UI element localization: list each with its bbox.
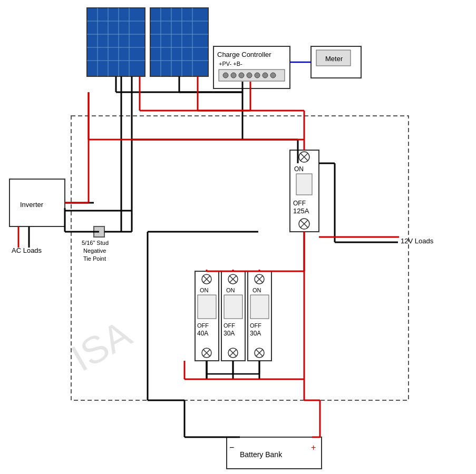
svg-text:30A: 30A (224, 330, 235, 337)
solar-panel-right (150, 8, 208, 76)
svg-text:ON: ON (294, 165, 304, 173)
watermark: ISA (64, 312, 139, 379)
svg-text:125A: 125A (293, 207, 309, 215)
svg-text:Tie Point: Tie Point (83, 255, 106, 262)
svg-text:ON: ON (252, 287, 261, 293)
svg-rect-0 (87, 8, 145, 76)
svg-rect-9 (150, 8, 208, 76)
svg-text:OFF: OFF (293, 200, 306, 207)
breaker-40a: ON OFF 40A (195, 271, 219, 361)
svg-rect-79 (250, 295, 269, 319)
svg-text:+PV-  +B-: +PV- +B- (219, 61, 242, 67)
svg-rect-57 (198, 295, 216, 319)
svg-text:Negative: Negative (83, 248, 106, 254)
svg-text:Battery Bank: Battery Bank (240, 450, 283, 459)
svg-text:ON: ON (200, 287, 209, 293)
svg-text:40A: 40A (197, 330, 208, 337)
svg-text:OFF: OFF (197, 322, 209, 329)
battery-bank: Battery Bank − + (227, 437, 322, 469)
svg-text:5/16" Stud: 5/16" Stud (82, 240, 109, 246)
svg-text:OFF: OFF (224, 322, 235, 329)
meter: Meter (311, 46, 361, 78)
svg-rect-46 (296, 174, 312, 195)
svg-text:ON: ON (226, 287, 235, 293)
svg-point-25 (255, 73, 260, 78)
svg-text:Inverter: Inverter (20, 201, 44, 209)
svg-point-24 (247, 73, 252, 78)
charge-controller-label: Charge Controller (217, 51, 271, 58)
svg-rect-68 (224, 295, 242, 319)
svg-point-27 (270, 73, 276, 78)
wiring-diagram: Charge Controller +PV- +B- Meter Inve (0, 0, 476, 474)
breaker-30a-1: ON OFF 30A (221, 271, 245, 361)
breaker-125a: ON OFF 125A (290, 150, 319, 232)
svg-text:OFF: OFF (250, 322, 261, 329)
svg-text:+: + (311, 443, 316, 452)
svg-text:Meter: Meter (325, 55, 343, 63)
ac-loads-label: AC Loads (12, 246, 42, 254)
solar-panel-left (87, 8, 145, 76)
svg-text:30A: 30A (250, 330, 261, 337)
breaker-30a-2: ON OFF 30A (248, 271, 271, 361)
svg-text:−: − (229, 443, 234, 452)
svg-point-21 (223, 73, 228, 78)
charge-controller: Charge Controller +PV- +B- (213, 46, 290, 88)
svg-point-23 (239, 73, 244, 78)
inverter: Inverter (9, 179, 65, 226)
svg-point-22 (231, 73, 236, 78)
svg-point-26 (263, 73, 268, 78)
dc-loads-label: 12V Loads (401, 237, 434, 245)
